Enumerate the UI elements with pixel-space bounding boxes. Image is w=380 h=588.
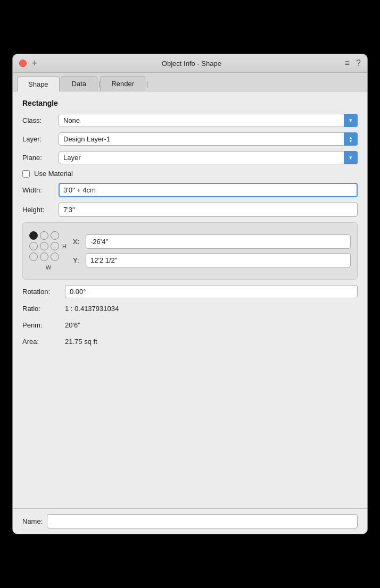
window-title: Object Info - Shape — [43, 60, 341, 68]
area-value: 21.75 sq ft — [65, 335, 358, 348]
y-input[interactable] — [86, 253, 351, 267]
menu-icon[interactable]: ≡ — [345, 58, 350, 68]
area-label: Area: — [22, 338, 65, 346]
anchor-label-h: H — [62, 243, 67, 249]
rotation-label: Rotation: — [22, 288, 65, 296]
x-input[interactable] — [86, 234, 351, 249]
name-input[interactable] — [47, 514, 358, 528]
ratio-label: Ratio: — [22, 305, 65, 313]
ratio-value: 1 : 0.4137931034 — [65, 303, 358, 315]
perim-label: Perim: — [22, 321, 65, 329]
layer-label: Layer: — [22, 135, 59, 143]
content-area: Rectangle Class: None ▾ Layer: Design La… — [13, 91, 367, 508]
anchor-grid: H W — [29, 231, 67, 271]
class-label: Class: — [22, 116, 59, 124]
width-label: Width: — [22, 186, 59, 194]
anchor-row-4: W — [29, 264, 67, 271]
x-label: X: — [73, 238, 81, 246]
tabbar: Shape Data | Render | — [13, 73, 367, 91]
tab-separator-2: | — [146, 77, 148, 91]
titlebar: ✕ + Object Info - Shape ≡ ? — [13, 54, 367, 73]
tab-shape[interactable]: Shape — [17, 77, 60, 91]
name-label: Name: — [22, 517, 43, 525]
anchor-row-1 — [29, 231, 67, 240]
y-label: Y: — [73, 256, 81, 264]
tab-data[interactable]: Data — [61, 76, 97, 91]
anchor-dot-mr[interactable] — [51, 242, 59, 250]
plane-select-wrapper: Layer ▾ — [59, 151, 358, 164]
anchor-dot-tr[interactable] — [51, 231, 59, 240]
use-material-row: Use Material — [22, 170, 358, 178]
y-row: Y: — [73, 253, 351, 267]
anchor-dot-ml[interactable] — [29, 242, 38, 250]
anchor-dot-tl[interactable] — [29, 231, 38, 240]
use-material-label: Use Material — [34, 170, 73, 178]
close-button[interactable]: ✕ — [19, 60, 27, 67]
height-row: Height: — [22, 203, 358, 217]
plane-label: Plane: — [22, 154, 59, 162]
plus-button[interactable]: + — [31, 60, 38, 67]
empty-space — [22, 352, 358, 501]
class-row: Class: None ▾ — [22, 114, 358, 127]
class-select[interactable]: None — [59, 114, 358, 127]
layer-row: Layer: Design Layer-1 — [22, 132, 358, 146]
height-input[interactable] — [59, 203, 358, 217]
perim-value: 20'6" — [65, 319, 358, 331]
name-row: Name: — [13, 508, 367, 534]
anchor-row-3 — [29, 253, 67, 261]
anchor-area: H W X: Y: — [22, 222, 358, 280]
app-window: ✕ + Object Info - Shape ≡ ? Shape Data |… — [12, 54, 368, 534]
rotation-row: Rotation: 0.00° — [22, 285, 358, 298]
height-label: Height: — [22, 206, 59, 214]
ratio-row: Ratio: 1 : 0.4137931034 — [22, 303, 358, 315]
window-controls: ✕ + — [19, 60, 38, 67]
titlebar-actions: ≡ ? — [345, 58, 361, 68]
plane-row: Plane: Layer ▾ — [22, 151, 358, 164]
layer-select-wrapper: Design Layer-1 — [59, 132, 358, 146]
tab-render[interactable]: Render — [100, 76, 145, 91]
section-title: Rectangle — [22, 99, 358, 107]
anchor-dot-br[interactable] — [51, 253, 59, 261]
help-icon[interactable]: ? — [356, 58, 361, 68]
x-row: X: — [73, 234, 351, 249]
width-row: Width: — [22, 183, 358, 197]
anchor-row-2: H — [29, 242, 67, 250]
layer-select[interactable]: Design Layer-1 — [59, 132, 358, 146]
anchor-dot-bc[interactable] — [40, 253, 48, 261]
use-material-checkbox[interactable] — [22, 170, 30, 178]
plane-select[interactable]: Layer — [59, 151, 358, 164]
anchor-dot-mc[interactable] — [40, 242, 48, 250]
anchor-dot-tc[interactable] — [40, 231, 48, 240]
area-row: Area: 21.75 sq ft — [22, 335, 358, 348]
perim-row: Perim: 20'6" — [22, 319, 358, 331]
anchor-label-w: W — [46, 264, 51, 271]
anchor-dot-bl[interactable] — [29, 253, 38, 261]
class-select-wrapper: None ▾ — [59, 114, 358, 127]
rotation-value[interactable]: 0.00° — [65, 285, 358, 298]
xy-fields: X: Y: — [73, 234, 351, 267]
width-input[interactable] — [59, 183, 358, 197]
